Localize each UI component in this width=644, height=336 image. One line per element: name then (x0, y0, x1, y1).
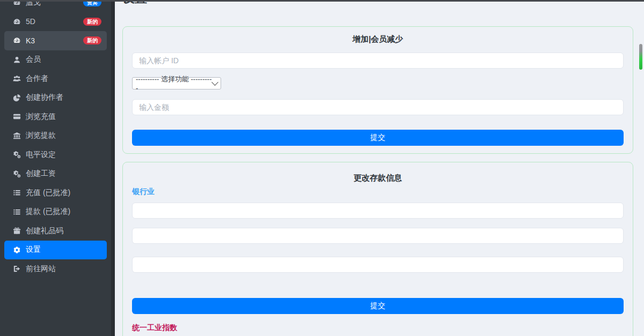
sidebar-item-label: 前往网站 (26, 264, 56, 274)
sidebar-item-label: 充值 (已批准) (26, 188, 70, 198)
users-icon (12, 74, 21, 83)
sidebar-item-label: 浏览提款 (26, 131, 56, 140)
sidebar-item-browse-recharge[interactable]: 浏览充值 (4, 107, 107, 126)
list-icon (12, 189, 21, 197)
deposit-info-card: 更改存款信息 银行业 提交 统一工业指数 (122, 162, 633, 336)
gauge-icon (12, 36, 21, 45)
list-icon (12, 207, 21, 216)
scrollbar-thumb[interactable] (639, 44, 642, 70)
bank-field-2[interactable] (132, 228, 624, 244)
card-title: 更改存款信息 (123, 173, 633, 183)
sidebar-item-5d[interactable]: 5D 新的 (4, 12, 107, 32)
sidebar-menu: 温戈 贵宾 5D 新的 K3 新的 会员 合作者 创建协作者 浏览充值 (0, 0, 111, 279)
bank-field-1[interactable] (132, 203, 624, 219)
sidebar-divider (111, 0, 115, 336)
new-badge: 新的 (83, 36, 101, 44)
submit-button[interactable]: 提交 (132, 298, 624, 314)
card-title: 增加|会员减少 (123, 34, 633, 44)
gear-icon (12, 245, 21, 254)
sidebar-item-level-setting[interactable]: 电平设定 (4, 145, 107, 165)
sidebar-item-members[interactable]: 会员 (4, 50, 107, 70)
sidebar-item-withdraw-approved[interactable]: 提款 (已批准) (4, 203, 107, 222)
sidebar-item-k3[interactable]: K3 新的 (4, 31, 107, 50)
sidebar-item-label: 创建工资 (26, 169, 56, 178)
sidebar-item-label: 创建礼品码 (26, 226, 63, 236)
sidebar: 温戈 贵宾 5D 新的 K3 新的 会员 合作者 创建协作者 浏览充值 (0, 0, 111, 336)
cogs-icon (12, 151, 21, 159)
new-badge: 新的 (83, 18, 101, 26)
sidebar-item-label: 创建协作者 (26, 93, 63, 102)
sidebar-item-recharge-approved[interactable]: 充值 (已批准) (4, 183, 107, 203)
cogs-icon (12, 169, 21, 178)
sidebar-item-create-collaborator[interactable]: 创建协作者 (4, 88, 107, 108)
bank-field-3[interactable] (132, 257, 624, 273)
unified-index-label: 统一工业指数 (132, 323, 177, 333)
sidebar-item-label: 浏览充值 (26, 112, 56, 122)
sidebar-item-label: 设置 (26, 245, 41, 255)
sidebar-item-label: 会员 (26, 55, 41, 64)
member-balance-card: 增加|会员减少 ---------- 选择功能 ---------- 提交 (122, 26, 633, 154)
sidebar-item-label: 合作者 (26, 74, 48, 84)
user-icon (12, 55, 21, 64)
sidebar-item-goto-website[interactable]: 前往网站 (4, 259, 107, 279)
function-select[interactable]: ---------- 选择功能 ---------- (132, 77, 221, 89)
sidebar-item-browse-withdraw[interactable]: 浏览提款 (4, 126, 107, 146)
sign-out-icon (12, 265, 21, 273)
gauge-icon (12, 17, 21, 26)
sidebar-item-create-salary[interactable]: 创建工资 (4, 165, 107, 184)
amount-input[interactable] (132, 99, 624, 115)
function-select-value: ---------- 选择功能 ---------- (136, 74, 213, 92)
gift-icon (12, 227, 21, 235)
banking-label: 银行业 (132, 187, 155, 197)
pie-chart-icon (12, 93, 21, 102)
sidebar-item-settings[interactable]: 设置 (4, 241, 107, 260)
sidebar-item-wenge[interactable]: 温戈 贵宾 (4, 0, 107, 12)
sidebar-item-label: 电平设定 (26, 150, 56, 160)
main-content: 设置 增加|会员减少 ---------- 选择功能 ---------- 提交… (115, 0, 644, 336)
sidebar-item-label: 提款 (已批准) (26, 207, 70, 216)
page-title: 设置 (122, 2, 644, 5)
sidebar-item-label: 5D (26, 17, 35, 26)
window-top-edge (0, 0, 644, 2)
sidebar-item-create-giftcode[interactable]: 创建礼品码 (4, 221, 107, 241)
credit-card-icon (12, 113, 21, 121)
account-id-input[interactable] (132, 53, 624, 69)
sidebar-item-partners[interactable]: 合作者 (4, 69, 107, 88)
chevron-down-icon (211, 79, 218, 86)
sidebar-item-label: K3 (26, 36, 35, 45)
page-heading-clip: 设置 (115, 2, 644, 5)
submit-button[interactable]: 提交 (132, 130, 624, 146)
bank-icon (12, 131, 21, 140)
